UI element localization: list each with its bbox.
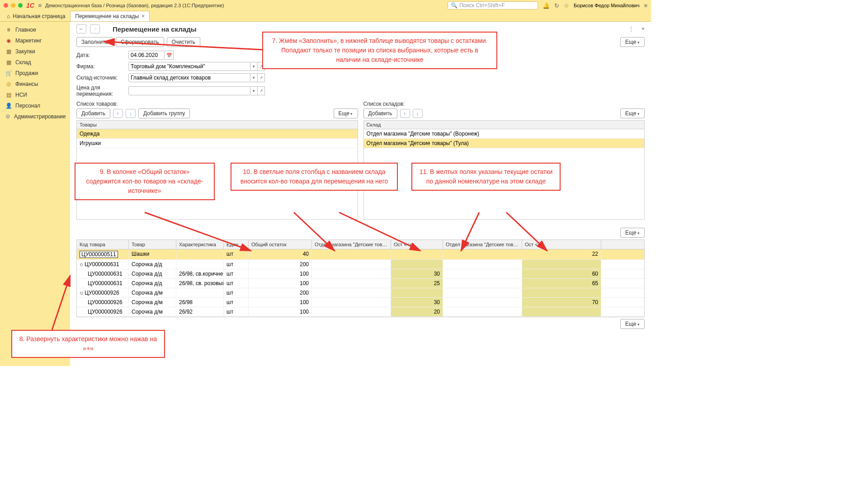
kebab-icon[interactable]: ⋮ bbox=[628, 25, 634, 33]
wh-label: Список складов: bbox=[363, 101, 645, 107]
up-icon[interactable]: ↑ bbox=[400, 109, 410, 118]
goods-header: Товары bbox=[76, 120, 358, 129]
dropdown-icon[interactable]: ▾ bbox=[250, 62, 258, 71]
user-name[interactable]: Борисов Федор Михайлович bbox=[574, 3, 640, 8]
page-title: Перемещение на склады bbox=[113, 25, 196, 33]
add-button[interactable]: Добавить bbox=[363, 108, 397, 118]
col-name[interactable]: Товар bbox=[129, 240, 176, 249]
table-row[interactable]: ⊖ЦУ000000926Сорочка д/мшт200 bbox=[77, 288, 644, 298]
source-label: Склад-источник: bbox=[76, 75, 128, 81]
table-row[interactable]: ЦУ000000631Сорочка д/д26/98, св.коричнев… bbox=[77, 269, 644, 279]
nav-personnel[interactable]: 👤Персонал bbox=[0, 100, 70, 111]
price-select[interactable] bbox=[128, 86, 250, 95]
table-row[interactable]: ЦУ000000631Сорочка д/д26/98, св. розовый… bbox=[77, 279, 644, 288]
up-icon[interactable]: ↑ bbox=[113, 109, 123, 118]
col-code[interactable]: Код товара bbox=[77, 240, 129, 249]
firm-label: Фирма: bbox=[76, 63, 128, 70]
nav-purchases[interactable]: ▦Закупки bbox=[0, 46, 70, 57]
list-item[interactable]: Отдел магазина "Детские товары" (Тула) bbox=[364, 139, 645, 148]
col-dep2[interactable]: Отдел магазина "Детские товары" (Т... bbox=[443, 240, 522, 249]
callout-7: 7. Жмём «Заполнить», в нижней таблице вы… bbox=[262, 32, 497, 69]
nav-marketing[interactable]: ◉Маркетинг bbox=[0, 35, 70, 46]
forward-button[interactable]: → bbox=[90, 24, 100, 33]
calendar-icon[interactable]: 📅 bbox=[165, 51, 174, 60]
col-ost2[interactable]: Ост <<< bbox=[522, 240, 601, 249]
nav-nsi[interactable]: ▤НСИ bbox=[0, 89, 70, 100]
more-button[interactable]: Еще bbox=[620, 108, 645, 118]
firm-select[interactable]: Торговый дом "Комплексный" bbox=[128, 62, 250, 71]
titlebar: 1C ≡ Демонстрационная база / Розница (ба… bbox=[0, 0, 651, 11]
col-total[interactable]: Общий остаток bbox=[249, 240, 312, 249]
list-item[interactable]: Игрушки bbox=[77, 139, 358, 148]
create-button[interactable]: Сформировать bbox=[116, 37, 164, 47]
more-button[interactable]: Еще bbox=[334, 108, 358, 118]
more-icon[interactable]: ≡ bbox=[644, 2, 647, 9]
window-controls[interactable] bbox=[4, 3, 23, 8]
dropdown-icon[interactable]: ▾ bbox=[250, 73, 258, 82]
add-group-button[interactable]: Добавить группу bbox=[138, 108, 190, 118]
close-icon[interactable]: × bbox=[142, 13, 145, 19]
table-row[interactable]: ⊖ЦУ000000631Сорочка д/дшт200 bbox=[77, 260, 644, 269]
more-button[interactable]: Еще bbox=[620, 319, 645, 329]
warehouses-list: Список складов: Добавить ↑ ↓ Еще Склад О… bbox=[363, 101, 645, 220]
nav-warehouse[interactable]: ▦Склад bbox=[0, 57, 70, 68]
col-char[interactable]: Характеристика bbox=[176, 240, 224, 249]
goods-label: Список товаров: bbox=[76, 101, 358, 107]
goods-list: Список товаров: Добавить ↑ ↓ Добавить гр… bbox=[76, 101, 358, 220]
table-header: Код товара Товар Характеристика Единица … bbox=[76, 239, 645, 249]
menu-icon[interactable]: ≡ bbox=[38, 2, 42, 9]
col-unit[interactable]: Единица ... bbox=[224, 240, 249, 249]
nav-main[interactable]: ≡Главное bbox=[0, 24, 70, 35]
callout-11: 11. В желтых полях указаны текущие остат… bbox=[411, 163, 561, 191]
result-table: Еще Код товара Товар Характеристика Един… bbox=[76, 228, 645, 329]
search-input[interactable]: 🔍Поиск Ctrl+Shift+F bbox=[448, 1, 538, 9]
back-button[interactable]: ← bbox=[76, 24, 86, 33]
table-row[interactable]: ЦУ000000511Шашкишт4022 bbox=[77, 249, 644, 260]
fill-button[interactable]: Заполнить bbox=[76, 37, 113, 47]
nav-sales[interactable]: 🛒Продажи bbox=[0, 68, 70, 79]
nav-admin[interactable]: ⚙Администрирование bbox=[0, 111, 70, 122]
tab-home[interactable]: Начальная страница bbox=[2, 11, 70, 21]
dropdown-icon[interactable]: ▾ bbox=[250, 86, 258, 95]
callout-9: 9. В колонке «Общий остаток» содержится … bbox=[75, 163, 215, 200]
price-label: Цена для перемещения: bbox=[76, 84, 128, 97]
open-icon[interactable]: ↗ bbox=[258, 73, 265, 82]
col-dep1[interactable]: Отдел магазина "Детские товары" (В... bbox=[312, 240, 391, 249]
more-button[interactable]: Еще bbox=[620, 228, 645, 238]
app-title: Демонстрационная база / Розница (базовая… bbox=[45, 3, 224, 8]
bell-icon[interactable]: 🔔 bbox=[542, 2, 550, 9]
date-label: Дата: bbox=[76, 52, 128, 58]
callout-8: 8. Развернуть характеристики можно нажав… bbox=[11, 330, 165, 358]
source-select[interactable]: Главный склад детских товаров bbox=[128, 73, 250, 82]
nav-finance[interactable]: ◎Финансы bbox=[0, 79, 70, 89]
add-button[interactable]: Добавить bbox=[76, 108, 110, 118]
open-icon[interactable]: ↗ bbox=[258, 86, 265, 95]
date-input[interactable]: 04.06.2020 bbox=[128, 51, 165, 60]
callout-10: 10. В светлые поля столбца с названием с… bbox=[231, 163, 398, 191]
star-icon[interactable]: ☆ bbox=[564, 2, 569, 9]
logo-1c: 1C bbox=[26, 2, 34, 9]
down-icon[interactable]: ↓ bbox=[126, 109, 136, 118]
close-page-icon[interactable]: × bbox=[642, 26, 645, 32]
more-button[interactable]: Еще bbox=[620, 37, 645, 47]
table-row[interactable]: ЦУ000000926Сорочка д/м26/98шт1003070 bbox=[77, 298, 644, 307]
history-icon[interactable]: ↻ bbox=[554, 2, 559, 9]
clear-button[interactable]: Очистить bbox=[167, 37, 200, 47]
tabs: Начальная страница Перемещение на склады… bbox=[0, 11, 651, 22]
down-icon[interactable]: ↓ bbox=[413, 109, 423, 118]
tab-current[interactable]: Перемещение на склады× bbox=[70, 11, 150, 21]
sidebar: ≡Главное ◉Маркетинг ▦Закупки ▦Склад 🛒Про… bbox=[0, 22, 70, 366]
list-item[interactable]: Одежда bbox=[77, 129, 358, 139]
wh-header: Склад bbox=[363, 120, 645, 129]
list-item[interactable]: Отдел магазина "Детские товары" (Воронеж… bbox=[364, 129, 645, 139]
col-ost1[interactable]: Ост <<< bbox=[391, 240, 443, 249]
table-body[interactable]: ЦУ000000511Шашкишт4022⊖ЦУ000000631Сорочк… bbox=[76, 249, 645, 317]
table-row[interactable]: ЦУ000000926Сорочка д/м26/92шт10020 bbox=[77, 307, 644, 317]
